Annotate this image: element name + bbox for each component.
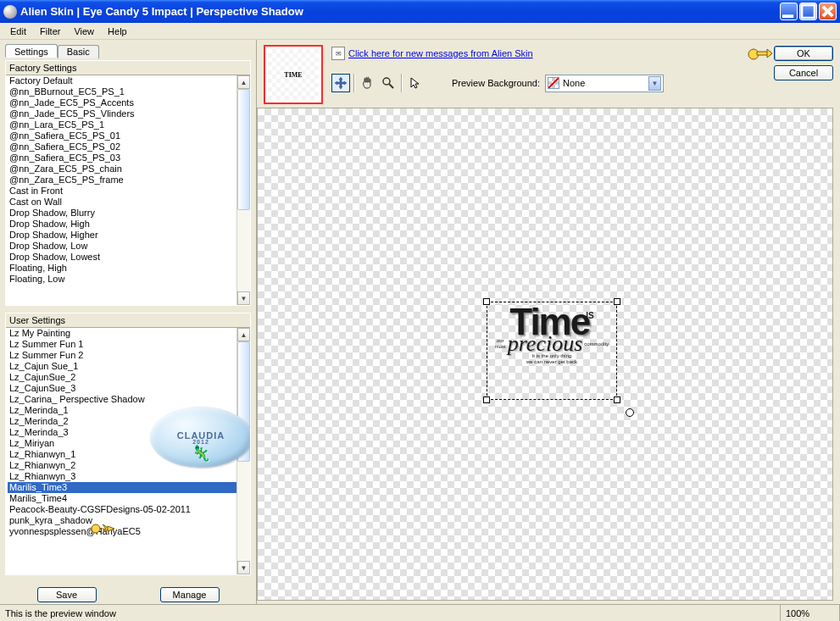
resize-handle[interactable] [483,298,490,305]
list-item[interactable]: @nn_Safiera_EC5_PS_03 [8,152,236,164]
pointing-hand-icon [91,520,116,539]
list-item[interactable]: Lz_Rhianwyn_2 [8,460,236,471]
svg-line-4 [389,84,393,88]
user-settings-list[interactable]: Lz My PaintingLz Summer Fun 1Lz Summer F… [6,328,236,574]
menu-filter[interactable]: Filter [33,25,67,38]
artwork-content: TimeIS our most precious commodity It is… [495,306,609,391]
factory-settings-group: Factory Settings Factory Default@nn_BBur… [5,60,251,306]
svg-rect-1 [802,5,815,18]
tab-settings[interactable]: Settings [5,44,58,58]
user-settings-header: User Settings [6,313,250,328]
list-item[interactable]: @nn_BBurnout_EC5_PS_1 [8,86,236,97]
list-item[interactable]: Lz_Carina_ Perspective Shadow [8,394,236,405]
list-item[interactable]: Floating, High [8,263,236,274]
status-bar: This is the preview window 100% [0,604,840,621]
menu-bar: Edit Filter View Help [0,23,840,40]
svg-point-3 [383,78,390,85]
list-item[interactable]: @nn_Safiera_EC5_PS_02 [8,141,236,152]
list-item[interactable]: @nn_Jade_EC5_PS_Vlinders [8,108,236,119]
hand-tool-button[interactable] [359,74,377,92]
list-item[interactable]: Drop Shadow, Lowest [8,252,236,263]
list-item[interactable]: Marilis_Time3 [8,482,236,493]
list-item[interactable]: Floating, Low [8,274,236,285]
list-item[interactable]: Lz My Painting [8,328,236,339]
list-item[interactable]: punk_kyra _shadow [8,515,236,526]
thumbnail-text: TIME [268,49,319,100]
rotate-handle[interactable] [626,408,634,417]
preview-area[interactable]: TimeIS our most precious commodity It is… [257,108,833,601]
selection-box[interactable]: TimeIS our most precious commodity It is… [487,302,617,400]
list-item[interactable]: @nn_Lara_EC5_PS_1 [8,119,236,130]
list-item[interactable]: Marilis_Time4 [8,493,236,504]
manage-button[interactable]: Manage [160,587,220,602]
move-tool-button[interactable] [331,74,350,92]
menu-help[interactable]: Help [101,25,134,38]
resize-handle[interactable] [614,396,620,403]
message-icon: ✉ [331,47,345,60]
title-bar: Alien Skin | Eye Candy 5 Impact | Perspe… [0,0,840,23]
resize-handle[interactable] [614,298,620,305]
list-item[interactable]: Lz Summer Fun 2 [8,350,236,361]
list-item[interactable]: Lz_CajunSue_2 [8,372,236,383]
list-item[interactable]: Lz_Cajun Sue_1 [8,361,236,372]
preview-background-label: Preview Background: [452,78,540,88]
tab-basic[interactable]: Basic [58,45,99,58]
list-item[interactable]: Lz Summer Fun 1 [8,339,236,350]
list-item[interactable]: Lz_Merinda_3 [8,427,236,438]
scroll-up-button[interactable]: ▲ [237,328,250,341]
scrollbar[interactable]: ▲ ▼ [236,328,250,574]
right-panel: TIME ✉ Click here for new messages from … [257,40,840,604]
list-item[interactable]: @nn_Safiera_EC5_PS_01 [8,130,236,141]
zoom-tool-button[interactable] [379,74,398,92]
menu-view[interactable]: View [67,25,101,38]
list-item[interactable]: Drop Shadow, Low [8,241,236,252]
svg-point-2 [92,524,100,533]
user-settings-group: User Settings Lz My PaintingLz Summer Fu… [5,313,251,575]
list-item[interactable]: Lz_Merinda_1 [8,405,236,416]
factory-settings-list[interactable]: Factory Default@nn_BBurnout_EC5_PS_1@nn_… [6,75,236,305]
scroll-thumb[interactable] [237,89,250,210]
list-item[interactable]: Lz_Rhianwyn_3 [8,471,236,482]
list-item[interactable]: Cast on Wall [8,197,236,208]
save-button[interactable]: Save [37,587,97,602]
list-item[interactable]: Lz_Rhianwyn_1 [8,449,236,460]
list-item[interactable]: Lz_CajunSue_3 [8,383,236,394]
scroll-up-button[interactable]: ▲ [237,75,250,89]
status-text: This is the preview window [0,605,781,621]
list-item[interactable]: @nn_Zara_EC5_PS_chain [8,164,236,175]
preview-thumbnail[interactable]: TIME [264,45,323,104]
scroll-thumb[interactable] [237,341,250,462]
preview-background-value: None [563,78,585,88]
close-button[interactable] [819,3,837,20]
list-item[interactable]: Lz_Miriyan [8,438,236,449]
scrollbar[interactable]: ▲ ▼ [236,75,250,305]
preview-background-select[interactable]: None ▼ [545,75,664,92]
list-item[interactable]: Factory Default [8,75,236,86]
chevron-down-icon: ▼ [648,76,661,91]
maximize-button[interactable] [799,3,817,20]
zoom-level: 100% [781,605,840,621]
none-swatch-icon [548,77,559,89]
list-item[interactable]: Drop Shadow, High [8,219,236,230]
minimize-button[interactable] [780,3,798,20]
list-item[interactable]: @nn_Jade_EC5_PS_Accents [8,97,236,108]
list-item[interactable]: yvonnespsplessen@HanyaEC5 [8,526,236,537]
messages-link[interactable]: Click here for new messages from Alien S… [348,48,533,58]
scroll-down-button[interactable]: ▼ [237,561,250,574]
factory-settings-header: Factory Settings [6,61,250,75]
list-item[interactable]: Drop Shadow, Blurry [8,208,236,219]
ok-button[interactable]: OK [774,46,833,61]
list-item[interactable]: Lz_Merinda_2 [8,416,236,427]
list-item[interactable]: Drop Shadow, Higher [8,230,236,241]
app-icon [3,5,17,19]
cancel-button[interactable]: Cancel [774,65,833,80]
pointer-tool-button[interactable] [406,74,425,92]
pointing-hand-icon [747,45,772,62]
list-item[interactable]: @nn_Zara_EC5_PS_frame [8,175,236,186]
list-item[interactable]: Cast in Front [8,186,236,197]
resize-handle[interactable] [483,396,490,403]
svg-rect-0 [782,14,793,18]
scroll-down-button[interactable]: ▼ [237,291,250,305]
list-item[interactable]: Peacock-Beauty-CGSFDesigns-05-02-2011 [8,504,236,515]
menu-edit[interactable]: Edit [3,25,33,38]
